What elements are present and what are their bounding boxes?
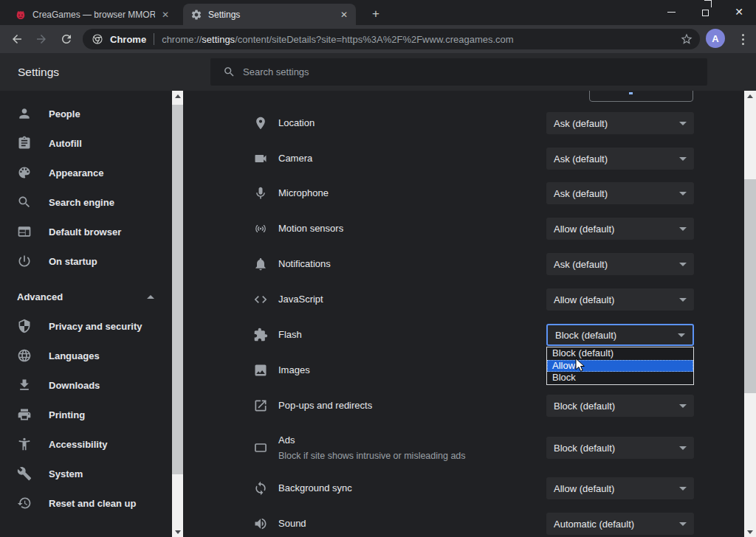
permission-dropdown[interactable]: Automatic (default) (546, 513, 694, 535)
sidebar-item-label: Downloads (49, 380, 100, 391)
tab-settings[interactable]: Settings ✕ (183, 4, 356, 25)
permission-row: Flash Block (default) (253, 324, 694, 346)
sidebar-item[interactable]: Languages (0, 341, 172, 370)
sidebar-item[interactable]: Privacy and security (0, 311, 172, 341)
permission-label: Microphone (278, 187, 329, 199)
scroll-up-icon[interactable] (172, 91, 183, 101)
url-divider (154, 33, 154, 45)
permission-list: Location Ask (default) Camera Ask (defau… (183, 91, 744, 537)
sidebar-item[interactable]: Search engine (0, 187, 172, 217)
page-scrollbar[interactable] (744, 91, 756, 537)
background-sync-icon (253, 481, 268, 496)
permission-row: Location Ask (default) (253, 112, 694, 134)
permission-dropdown[interactable]: Block (default) (546, 324, 694, 346)
url-text: chrome://settings/content/siteDetails?si… (162, 34, 514, 45)
scrollbar-thumb[interactable] (744, 179, 756, 393)
sidebar-item[interactable]: Reset and clean up (0, 488, 172, 518)
permission-value: Ask (default) (554, 259, 608, 270)
privacy-shield-icon (17, 319, 32, 333)
sidebar-advanced-toggle[interactable]: Advanced (0, 282, 172, 311)
permission-dropdown[interactable]: Ask (default) (546, 112, 694, 134)
sidebar-item-label: Appearance (49, 167, 103, 179)
sidebar-item-label: System (49, 468, 83, 479)
permission-value: Block (default) (554, 401, 615, 412)
reset-clock-icon (17, 496, 32, 510)
sidebar-item[interactable]: On startup (0, 246, 172, 276)
browser-toolbar: Chrome chrome://settings/content/siteDet… (0, 25, 756, 53)
bookmark-star-icon[interactable] (680, 32, 693, 46)
settings-search[interactable] (210, 58, 707, 86)
permission-dropdown[interactable]: Ask (default) (546, 148, 694, 170)
permission-label: Camera (278, 153, 312, 164)
permission-dropdown[interactable]: Ask (default) (546, 182, 694, 204)
browser-window: CreaGames — browser MMORPG ✕ Settings ✕ … (0, 0, 756, 537)
scrollbar-thumb[interactable] (172, 105, 183, 474)
flash-puzzle-icon (253, 328, 268, 342)
person-icon (17, 106, 32, 121)
gear-favicon (190, 9, 202, 21)
forward-button[interactable] (30, 28, 52, 50)
tab-close-icon[interactable]: ✕ (338, 9, 350, 21)
permission-row: Background sync Allow (default) (253, 477, 694, 499)
permission-row: Pop-ups and redirects Block (default) (253, 395, 694, 417)
profile-avatar[interactable]: A (706, 29, 725, 48)
close-button[interactable]: ✕ (722, 0, 756, 24)
permission-dropdown[interactable]: Allow (default) (546, 288, 694, 311)
sidebar-item[interactable]: Accessibility (0, 429, 172, 459)
sidebar-item[interactable]: Appearance (0, 158, 172, 187)
dropdown-option[interactable]: Allow (547, 360, 693, 373)
search-engine-icon (17, 195, 32, 209)
reload-button[interactable] (55, 28, 78, 50)
search-icon (223, 66, 236, 78)
sidebar-advanced-group: Privacy and security Languages Downloads… (0, 311, 172, 518)
default-browser-icon (17, 224, 32, 239)
minimize-button[interactable] (654, 0, 688, 24)
dropdown-option[interactable]: Block (547, 372, 693, 384)
sidebar-item[interactable]: Autofill (0, 128, 172, 158)
permission-dropdown[interactable]: Block (default) (546, 437, 694, 459)
sidebar-scrollbar[interactable] (172, 91, 183, 537)
new-tab-button[interactable]: + (368, 6, 384, 22)
sidebar-item[interactable]: Default browser (0, 217, 172, 246)
dropdown-option[interactable]: Block (default) (547, 347, 693, 360)
ads-icon (253, 440, 268, 455)
permission-row: Sound Automatic (default) (253, 513, 694, 535)
microphone-icon (253, 186, 268, 201)
scroll-up-icon[interactable] (744, 91, 756, 101)
popups-icon (253, 398, 268, 413)
tab-close-icon[interactable]: ✕ (159, 9, 171, 21)
back-button[interactable] (6, 28, 28, 50)
sidebar-item[interactable]: System (0, 459, 172, 488)
autofill-icon (17, 136, 32, 150)
sidebar-item-label: Reset and clean up (49, 498, 136, 509)
scroll-down-icon[interactable] (744, 527, 756, 537)
motion-sensors-icon (253, 221, 268, 236)
accessibility-icon (17, 437, 32, 451)
mouse-cursor (575, 358, 586, 373)
browser-menu-icon[interactable] (737, 30, 749, 48)
javascript-code-icon (253, 292, 268, 307)
restore-button[interactable] (688, 0, 722, 24)
sidebar-item-label: Default browser (49, 226, 121, 238)
search-input[interactable] (243, 58, 700, 86)
sidebar-item[interactable]: Printing (0, 400, 172, 429)
window-controls: ✕ (654, 0, 756, 24)
sidebar-main-group: People Autofill Appearance Search engine… (0, 99, 172, 276)
dropdown-caret-icon (679, 227, 687, 231)
permission-value: Ask (default) (554, 118, 608, 129)
permission-dropdown[interactable]: Block (default) (546, 395, 694, 417)
sidebar-item[interactable]: Downloads (0, 370, 172, 400)
scroll-down-icon[interactable] (172, 527, 183, 537)
sidebar-item-label: Accessibility (49, 439, 108, 450)
address-bar[interactable]: Chrome chrome://settings/content/siteDet… (83, 29, 700, 49)
sidebar-item[interactable]: People (0, 99, 172, 128)
dropdown-caret-icon (679, 263, 687, 266)
permission-row: Ads Block if site shows intrusive or mis… (253, 431, 694, 465)
permission-dropdown[interactable]: Ask (default) (546, 253, 694, 275)
permission-dropdown[interactable]: Allow (default) (546, 477, 694, 499)
permission-dropdown[interactable]: Allow (default) (546, 218, 694, 240)
camera-icon (253, 151, 268, 166)
tab-creagames[interactable]: CreaGames — browser MMORPG ✕ (7, 4, 177, 25)
permission-value: Allow (default) (554, 483, 614, 494)
permission-label: Ads (278, 434, 466, 446)
